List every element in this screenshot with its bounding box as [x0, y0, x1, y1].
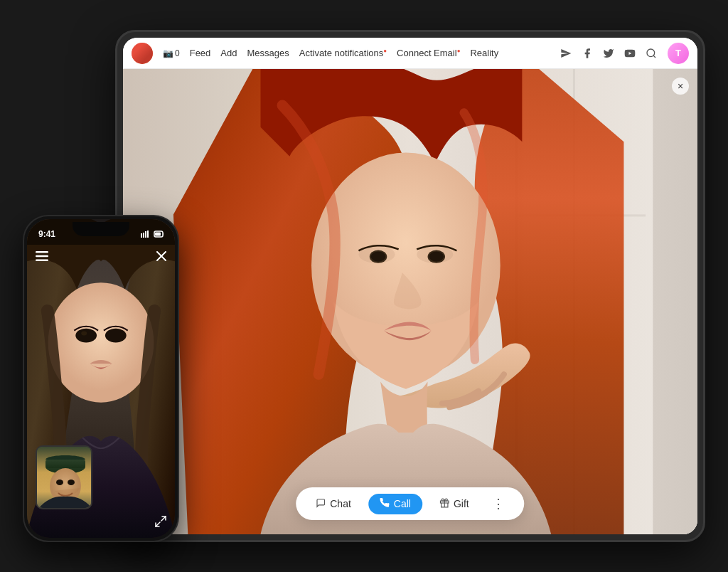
nav-add[interactable]: Add [220, 48, 237, 58]
more-button[interactable]: ⋮ [486, 493, 510, 514]
phone-time: 9:41 [38, 229, 55, 239]
youtube-icon[interactable] [623, 47, 636, 60]
phone-expand-icon[interactable] [155, 516, 166, 529]
svg-point-15 [48, 282, 154, 402]
svg-point-16 [75, 329, 97, 343]
phone-device: 9:41 [23, 215, 179, 542]
svg-rect-26 [36, 251, 48, 253]
email-dot: ● [457, 48, 461, 54]
phone-screen: 9:41 [27, 219, 175, 538]
user-avatar[interactable]: T [668, 43, 689, 64]
scene: 📷 0 Feed Add Messages Activate notificat… [23, 16, 705, 556]
call-label: Call [394, 498, 411, 509]
chat-label: Chat [330, 498, 351, 509]
tablet-device: 📷 0 Feed Add Messages Activate notificat… [115, 30, 705, 542]
telegram-icon[interactable] [560, 47, 572, 60]
notification-dot: ● [383, 48, 387, 54]
gift-icon [439, 498, 449, 510]
svg-rect-33 [46, 460, 85, 468]
phone-status-icons [141, 231, 164, 238]
svg-rect-27 [36, 255, 48, 258]
phone-pip-video [36, 445, 92, 509]
action-bar: Chat Call Gift ⋮ [296, 487, 524, 520]
nav-connect-email[interactable]: Connect Email● [397, 48, 460, 58]
pip-man-svg [37, 447, 92, 509]
twitter-icon[interactable] [602, 47, 615, 60]
svg-line-38 [161, 517, 166, 521]
svg-rect-20 [143, 233, 144, 238]
nav-reality[interactable]: Reality [470, 48, 498, 58]
svg-point-35 [56, 480, 63, 485]
svg-rect-24 [163, 233, 164, 235]
navbar: 📷 0 Feed Add Messages Activate notificat… [123, 38, 697, 69]
call-icon [380, 498, 390, 510]
gift-button[interactable]: Gift [434, 495, 475, 513]
facebook-icon[interactable] [581, 47, 594, 60]
svg-rect-22 [147, 231, 149, 238]
phone-top-bar [27, 245, 175, 270]
gift-label: Gift [454, 498, 469, 509]
svg-point-12 [429, 251, 444, 261]
phone-close-icon[interactable] [156, 251, 166, 264]
phone-status-bar: 9:41 [27, 219, 175, 245]
svg-rect-28 [36, 260, 48, 262]
call-button[interactable]: Call [368, 494, 422, 514]
svg-point-17 [105, 329, 127, 343]
chat-button[interactable]: Chat [310, 495, 357, 513]
svg-point-0 [647, 49, 655, 57]
svg-point-18 [81, 332, 87, 336]
svg-rect-25 [155, 233, 161, 236]
svg-rect-21 [145, 231, 146, 238]
nav-feed[interactable]: Feed [190, 48, 211, 58]
nav-links: Feed Add Messages Activate notifications… [190, 48, 550, 58]
camera-icon: 📷 [163, 48, 173, 58]
svg-rect-19 [141, 233, 142, 238]
content-area: × Chat Call [123, 69, 697, 534]
close-button[interactable]: × [672, 78, 689, 95]
nav-messages[interactable]: Messages [247, 48, 289, 58]
svg-line-37 [156, 522, 160, 526]
svg-point-36 [68, 480, 75, 485]
more-icon: ⋮ [492, 496, 505, 512]
svg-point-11 [371, 251, 385, 261]
notification-counter: 📷 0 [163, 48, 180, 58]
phone-menu-icon[interactable] [36, 251, 48, 264]
app-logo[interactable] [132, 43, 153, 64]
counter-value: 0 [175, 48, 180, 58]
search-icon[interactable] [645, 47, 658, 60]
woman-photo-svg [123, 69, 697, 534]
social-icons [560, 47, 658, 60]
nav-activate-notifications[interactable]: Activate notifications● [299, 48, 387, 58]
chat-icon [316, 498, 326, 510]
